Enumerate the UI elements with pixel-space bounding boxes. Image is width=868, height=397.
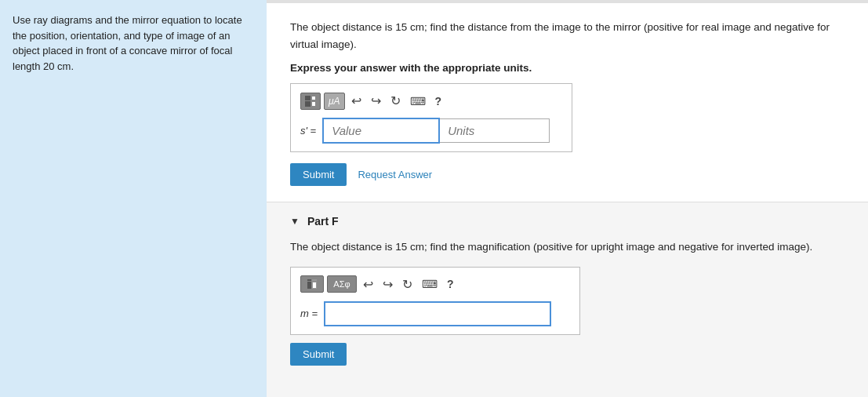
input-row-f: m = xyxy=(300,301,570,326)
part-f-header: ▼ Part F xyxy=(290,215,844,228)
asf-btn[interactable]: ΑΣφ xyxy=(327,275,357,293)
part-f-title: Part F xyxy=(307,215,339,228)
main-content: The object distance is 15 cm; find the d… xyxy=(267,0,868,397)
redo-btn-f[interactable]: ↪ xyxy=(380,275,396,293)
part-f-arrow[interactable]: ▼ xyxy=(290,216,300,227)
undo-btn-f[interactable]: ↩ xyxy=(360,275,376,293)
toolbar-e: μA ↩ ↪ ↻ ⌨ ? xyxy=(300,92,562,110)
section-e: The object distance is 15 cm; find the d… xyxy=(267,3,868,202)
refresh-btn-f[interactable]: ↻ xyxy=(399,275,416,293)
answer-box-e: μA ↩ ↪ ↻ ⌨ ? s' = xyxy=(290,83,572,152)
answer-box-f: √ ΑΣφ ↩ ↪ ↻ ⌨ ? m = xyxy=(290,267,580,335)
asf-symbol: ΑΣφ xyxy=(333,279,350,289)
question-e: The object distance is 15 cm; find the d… xyxy=(290,19,844,53)
submit-btn-f[interactable]: Submit xyxy=(290,343,347,366)
express-label: Express your answer with the appropriate… xyxy=(290,62,844,74)
m-input-f[interactable] xyxy=(324,301,551,326)
request-answer-link-e[interactable]: Request Answer xyxy=(358,169,432,180)
undo-btn[interactable]: ↩ xyxy=(348,92,365,110)
toolbar-f: √ ΑΣφ ↩ ↪ ↻ ⌨ ? xyxy=(300,275,570,293)
var-label-e: s' = xyxy=(300,125,316,137)
mu-symbol: μA xyxy=(329,96,340,107)
question-f: The object distance is 15 cm; find the m… xyxy=(290,239,844,256)
submit-btn-e[interactable]: Submit xyxy=(290,163,347,186)
sidebar-text: Use ray diagrams and the mirror equation… xyxy=(13,13,254,74)
grid-icon xyxy=(305,96,316,107)
units-input-e[interactable] xyxy=(440,118,550,143)
redo-btn[interactable]: ↪ xyxy=(368,92,384,110)
help-btn[interactable]: ? xyxy=(432,93,445,109)
sidebar: Use ray diagrams and the mirror equation… xyxy=(0,0,267,397)
keyboard-btn[interactable]: ⌨ xyxy=(407,93,429,109)
keyboard-btn-f[interactable]: ⌨ xyxy=(419,276,441,292)
mu-btn[interactable]: μA xyxy=(324,93,345,110)
grid-icon-btn[interactable] xyxy=(300,93,321,110)
refresh-btn[interactable]: ↻ xyxy=(387,92,404,110)
help-btn-f[interactable]: ? xyxy=(444,276,457,292)
sqrt-grid-btn[interactable]: √ xyxy=(300,275,324,293)
value-input-e[interactable] xyxy=(322,118,440,144)
input-row-e: s' = xyxy=(300,118,562,144)
section-f: ▼ Part F The object distance is 15 cm; f… xyxy=(267,202,868,378)
sqrt-grid-icon: √ xyxy=(307,279,317,289)
action-row-e: Submit Request Answer xyxy=(290,163,844,186)
var-label-f: m = xyxy=(300,308,318,319)
action-row-f: Submit xyxy=(290,343,844,366)
